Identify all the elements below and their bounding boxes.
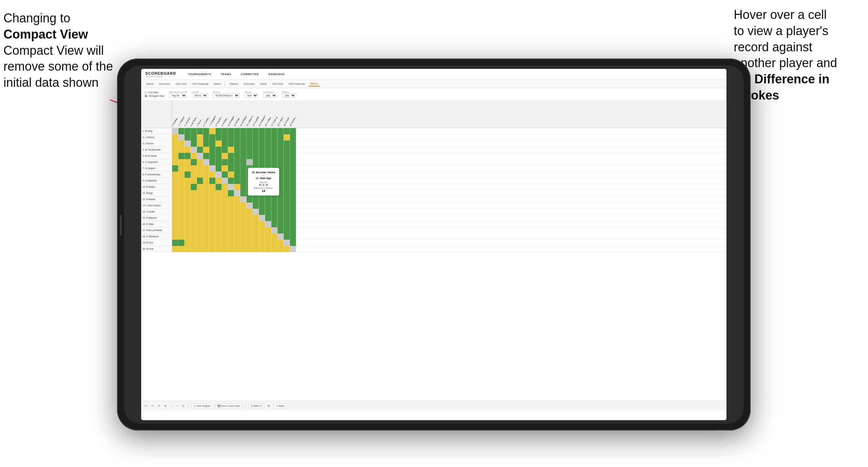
grid-cell[interactable] [240,246,247,252]
grid-cell[interactable] [271,215,278,221]
grid-cell[interactable] [228,246,234,252]
grid-cell[interactable] [284,147,290,153]
grid-cell[interactable] [197,196,203,203]
grid-cell[interactable] [271,240,278,246]
grid-cell[interactable] [247,209,253,215]
grid-cell[interactable] [172,234,178,240]
grid-cell[interactable] [216,190,222,196]
grid-cell[interactable] [185,196,191,203]
grid-cell[interactable] [216,209,222,215]
grid-cell[interactable] [191,159,197,165]
grid-cell[interactable] [197,203,203,209]
grid-cell[interactable] [259,128,265,134]
grid-cell[interactable] [203,215,209,221]
grid-cell[interactable] [284,209,290,215]
grid-cell[interactable] [290,147,296,153]
grid-cell[interactable] [185,172,191,178]
grid-cell[interactable] [197,215,203,221]
grid-cell[interactable] [178,209,185,215]
grid-cell[interactable] [259,221,265,227]
grid-cell[interactable] [197,240,203,246]
grid-cell[interactable] [209,134,216,141]
grid-cell[interactable] [234,203,240,209]
grid-cell[interactable] [284,221,290,227]
tab-summary1[interactable]: Summary [157,82,172,86]
grid-cell[interactable] [203,147,209,153]
grid-cell[interactable] [234,215,240,221]
grid-cell[interactable] [278,196,284,203]
grid-cell[interactable] [209,153,216,159]
grid-cell[interactable] [290,128,296,134]
grid-cell[interactable] [222,240,228,246]
grid-cell[interactable] [203,246,209,252]
grid-cell[interactable] [271,246,278,252]
grid-cell[interactable] [253,246,259,252]
grid-cell[interactable] [234,221,240,227]
grid-cell[interactable] [191,215,197,221]
grid-cell[interactable] [222,227,228,234]
grid-cell[interactable] [222,215,228,221]
grid-cell[interactable] [228,128,234,134]
grid-cell[interactable] [265,215,271,221]
grid-cell[interactable] [197,159,203,165]
grid-cell[interactable] [178,221,185,227]
grid-cell[interactable] [209,147,216,153]
grid-cell[interactable] [271,209,278,215]
grid-cell[interactable] [253,134,259,141]
grid-cell[interactable] [197,147,203,153]
grid-cell[interactable] [290,159,296,165]
grid-cell[interactable] [185,203,191,209]
grid-cell[interactable] [197,165,203,172]
grid-cell[interactable] [259,141,265,147]
grid-cell[interactable] [278,209,284,215]
grid-cell[interactable] [197,246,203,252]
grid-cell[interactable] [290,246,296,252]
grid-cell[interactable] [234,196,240,203]
watch-button[interactable]: ◎ Watch ▾ [248,404,264,408]
grid-cell[interactable] [191,190,197,196]
tab-detail[interactable]: Detail [258,82,269,86]
grid-cell[interactable] [197,184,203,190]
grid-cell[interactable] [278,141,284,147]
undo-button[interactable]: ↩ [145,404,147,407]
grid-cell[interactable] [191,196,197,203]
grid-cell[interactable] [216,203,222,209]
grid-cell[interactable] [284,172,290,178]
grid-cell[interactable] [185,234,191,240]
grid-cell[interactable] [185,190,191,196]
grid-cell[interactable] [203,128,209,134]
grid-cell[interactable] [278,215,284,221]
grid-cell[interactable] [172,141,178,147]
grid-cell[interactable] [191,153,197,159]
grid-cell[interactable] [203,141,209,147]
grid-cell[interactable] [253,153,259,159]
grid-cell[interactable] [178,172,185,178]
grid-cell[interactable] [222,184,228,190]
grid-cell[interactable] [265,196,271,203]
grid-cell[interactable] [290,153,296,159]
grid-cell[interactable] [203,209,209,215]
grid-cell[interactable] [185,246,191,252]
grid-cell[interactable] [216,141,222,147]
grid-cell[interactable] [290,196,296,203]
grid-cell[interactable] [247,203,253,209]
grid-cell[interactable] [271,147,278,153]
grid-cell[interactable] [240,128,247,134]
grid-cell[interactable] [253,147,259,153]
grid-cell[interactable] [185,159,191,165]
grid-cell[interactable] [178,128,185,134]
grid-cell[interactable] [278,234,284,240]
layout-icon[interactable]: ⊞ [268,404,270,407]
grid-cell[interactable] [271,128,278,134]
grid-cell[interactable] [203,165,209,172]
grid-cell[interactable] [234,246,240,252]
grid-cell[interactable] [284,203,290,209]
grid-cell[interactable] [253,209,259,215]
grid-cell[interactable] [253,227,259,234]
grid-cell[interactable] [240,147,247,153]
grid-cell[interactable] [228,227,234,234]
grid-cell[interactable] [240,159,247,165]
grid-cell[interactable] [228,196,234,203]
tab-matrix2[interactable]: Matrix [308,81,320,86]
full-view-radio[interactable] [145,91,147,94]
